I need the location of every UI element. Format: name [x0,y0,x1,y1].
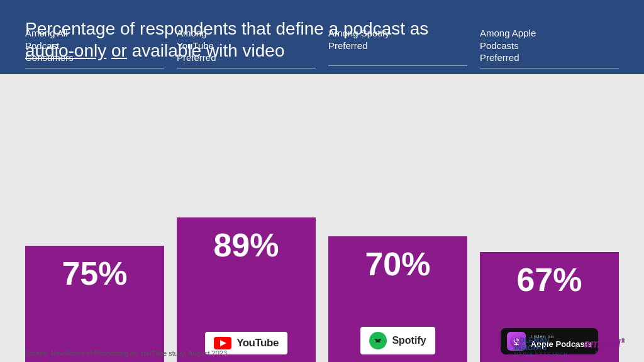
bottom-section: Among AllPodcastConsumers AmongYouTubePr… [0,74,644,362]
category-label-all: Among AllPodcastConsumers [25,27,164,64]
source-text: Source: New Rules of Podcasting on YouTu… [25,349,227,357]
category-spotify: Among SpotifyPreferred [322,27,474,69]
bar-youtube: 89% YouTube [177,217,316,362]
categories-row: Among AllPodcastConsumers AmongYouTubePr… [0,27,644,69]
bar-col-all: 75% [19,246,170,362]
category-label-apple: Among ApplePodcastsPreferred [480,27,619,64]
amplifi-name-row: amplifi® [584,337,625,351]
bar-all: 75% [25,246,164,362]
amplifi-media-text: MEDIA [595,349,614,355]
divider-all [25,68,164,69]
coleman-branding: COLEMANINSIGHTS MEDIA RESEARCH [514,336,569,357]
amplifi-text: amplifi® [584,337,625,350]
bar-col-spotify: 70% Spotify [322,236,474,362]
coleman-name: COLEMANINSIGHTS [514,336,569,351]
category-label-spotify: Among SpotifyPreferred [328,27,467,62]
coleman-sub: MEDIA RESEARCH [514,351,569,357]
youtube-text: YouTube [236,337,279,349]
branding: COLEMANINSIGHTS MEDIA RESEARCH + amplifi… [514,336,625,357]
bars-row: 75% 89% YouTube [0,87,644,362]
category-youtube: AmongYouTubePreferred [170,27,322,69]
divider-apple [480,68,619,69]
spotify-text: Spotify [392,335,426,346]
percentage-apple: 67% [516,258,582,299]
youtube-icon [214,337,231,349]
category-all-consumers: Among AllPodcastConsumers [19,27,170,69]
category-apple: Among ApplePodcastsPreferred [474,27,625,69]
category-label-youtube: AmongYouTubePreferred [177,27,316,64]
divider-spotify [328,65,467,66]
bar-spotify: 70% Spotify [328,236,467,362]
bar-col-youtube: 89% YouTube [170,217,322,362]
divider-youtube [177,68,316,69]
percentage-spotify: 70% [365,243,430,283]
amplifi-branding: amplifi® MEDIA [584,337,625,355]
slide: Percentage of respondents that define a … [0,0,644,362]
percentage-all: 75% [62,252,127,292]
spotify-logo-container: Spotify [339,327,457,354]
spotify-logo: Spotify [360,327,435,354]
youtube-play-icon [220,340,226,346]
plus-icon: + [573,341,579,352]
percentage-youtube: 89% [213,224,279,264]
spotify-icon [369,332,387,349]
